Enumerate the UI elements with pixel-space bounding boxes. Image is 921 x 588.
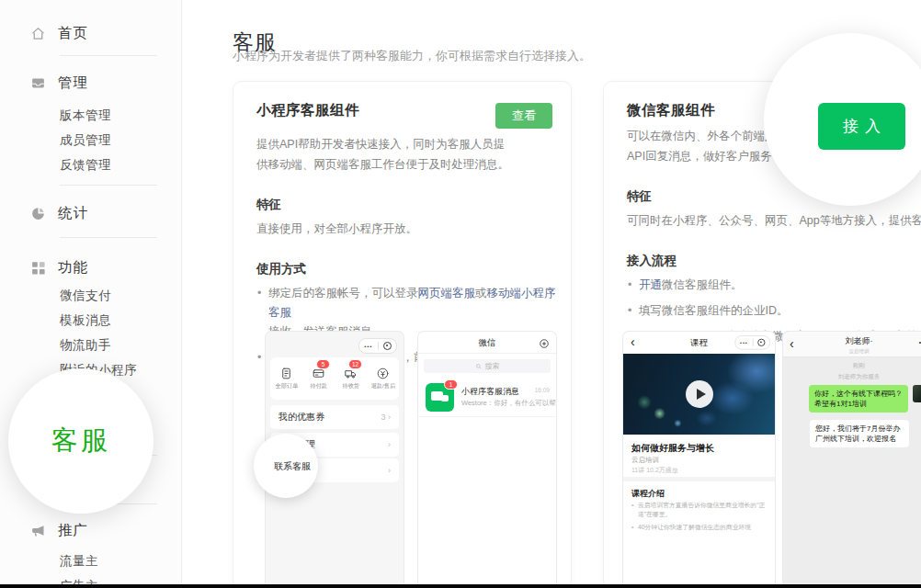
order-list-icon	[279, 367, 293, 380]
chat-list-item: 1 小程序客服消息 Westore：你好，有什么可以帮您? 16:09	[418, 379, 556, 417]
link-activate[interactable]: 开通	[639, 278, 662, 291]
sidebar-item-feedback-manage[interactable]: 反馈管理	[60, 157, 111, 174]
phone-mockup-service-chat: ‹ 刘老师· 云启培训 ••• 刚刚 刘老师为你服务 你好，这个有线下课程吗？希…	[782, 331, 921, 587]
phone-mockup-course-page: ‹ 课程 ••• 如何做好服务与增长 云启培训 11讲 10.2万播放 课程介绍…	[622, 331, 776, 587]
avatar	[913, 385, 921, 402]
inbox-icon	[30, 75, 46, 91]
course-intro-list: 云启培训官方直播告诉你微信里商业增长的“正道”在哪里。 40分钟让你快速了解微信…	[631, 501, 768, 536]
course-intro-item: 40分钟让你快速了解微信生态的商业环境	[631, 523, 768, 532]
divider	[752, 339, 753, 346]
flow-heading: 接入流程	[627, 253, 921, 269]
sidebar-item-statistics[interactable]: 统计	[30, 204, 88, 223]
sidebar-item-home[interactable]: 首页	[30, 24, 88, 43]
megaphone-icon	[30, 523, 46, 538]
sidebar-item-version-manage[interactable]: 版本管理	[60, 107, 111, 124]
flow-item: 填写微信客服组件的企业ID。	[627, 301, 921, 321]
sidebar-item-template-message[interactable]: 模板消息	[60, 312, 111, 329]
chat-name: 小程序客服消息	[461, 386, 519, 398]
course-intro-heading: 课程介绍	[631, 488, 665, 500]
text-segment: 绑定后的客服帐号，可以登录	[268, 287, 418, 300]
screen-bottom-edge	[0, 584, 921, 588]
shortcut-refund: 退款/售后	[367, 357, 399, 400]
shortcut-pending-payment: 5 待付款	[302, 357, 335, 400]
sidebar-item-customer-service[interactable]: 客服	[51, 423, 110, 459]
divider	[60, 55, 157, 56]
text-line: 供移动端、网页端客服工作台便于及时处理消息。	[256, 158, 509, 171]
sidebar-item-traffic-owner[interactable]: 流量主	[60, 553, 98, 570]
exit-target-icon	[757, 339, 765, 346]
exit-target-icon	[383, 342, 392, 350]
page-subtitle: 小程序为开发者提供了两种客服能力，你可根据需求自行选择接入。	[233, 48, 591, 64]
flow-item: 开通微信客服组件。	[627, 276, 921, 295]
grid-icon	[30, 260, 46, 276]
wechat-header: 微信	[418, 332, 556, 354]
chat-system-message: 刘老师为你服务	[783, 373, 921, 381]
play-button-icon	[686, 380, 713, 408]
contact-service-label: 联系客服	[274, 460, 311, 473]
chat-timestamp: 刚刚	[783, 362, 921, 370]
divider	[623, 477, 775, 481]
chat-contact-org: 云启培训	[783, 348, 921, 355]
access-button[interactable]: 接入	[818, 103, 905, 150]
service-message-avatar: 1	[426, 383, 454, 412]
shortcut-pending-delivery: 12 待收货	[335, 357, 367, 400]
outgoing-bubble: 你好，这个有线下课程吗？希望有1对1培训	[809, 385, 908, 413]
message-row-incoming: 您好，我们将于7月份举办广州线下培训，欢迎报名	[783, 420, 921, 447]
usage-heading: 使用方式	[256, 261, 552, 277]
feature-text: 可同时在小程序、公众号、网页、App等地方接入，提供客服服务。	[627, 210, 921, 231]
text-line: API回复消息，做好客户服务，	[627, 150, 783, 163]
search-placeholder: 搜索	[485, 361, 500, 371]
course-org: 云启培训	[631, 456, 659, 465]
course-meta: 11讲 10.2万播放	[631, 466, 678, 475]
divider	[60, 185, 157, 186]
view-button[interactable]: 查看	[495, 103, 552, 129]
search-icon	[475, 363, 483, 370]
course-header: ‹ 课程 •••	[623, 332, 775, 354]
sidebar-item-logistics[interactable]: 物流助手	[60, 337, 111, 354]
spotlight-circle-sidebar: 客服	[8, 368, 154, 514]
sidebar-item-promotion[interactable]: 推广	[30, 521, 88, 540]
link-web-customer-service[interactable]: 网页端客服	[418, 287, 476, 300]
message-row-outgoing: 你好，这个有线下课程吗？希望有1对1培训	[783, 385, 921, 413]
sidebar-item-label: 管理	[58, 74, 88, 93]
sidebar-item-label: 功能	[58, 258, 88, 277]
more-icon: •••	[364, 344, 372, 349]
more-icon: •••	[740, 340, 748, 345]
sidebar-item-features[interactable]: 功能	[30, 258, 88, 277]
chat-header: ‹ 刘老师· 云启培训 •••	[783, 332, 921, 357]
refund-icon	[376, 367, 390, 380]
card-miniprogram-customer-service: 小程序客服组件 查看 提供API帮助开发者快速接入，同时为客服人员提供移动端、网…	[233, 81, 572, 588]
course-intro-item: 云启培训官方直播告诉你微信里商业增长的“正道”在哪里。	[631, 501, 768, 519]
miniprogram-capsule: •••	[734, 335, 770, 350]
video-thumbnail	[623, 354, 775, 435]
search-bar: 搜索	[424, 359, 551, 373]
shortcut-all-orders: 全部订单	[270, 357, 302, 400]
chat-time: 16:09	[535, 387, 550, 393]
wechat-title: 微信	[418, 337, 556, 349]
unread-badge: 1	[444, 379, 458, 390]
feature-text: 直接使用，对全部小程序开放。	[256, 219, 552, 239]
course-title: 如何做好服务与增长	[631, 442, 714, 455]
order-shortcuts-card: 全部订单 5 待付款 12 待收货 退款/售后	[270, 357, 399, 400]
phone-mockup-wechat-chatlist: 微信 搜索 1 小程序客服消息 Westore：你好，有什么可以帮您? 16:0…	[417, 331, 557, 587]
text-line: 提供API帮助开发者快速接入，同时为客服人员提	[256, 138, 505, 151]
text-segment: 或	[475, 287, 487, 300]
chat-preview: Westore：你好，有什么可以帮您?	[461, 399, 557, 408]
sidebar-item-manage[interactable]: 管理	[30, 74, 88, 93]
card-title: 微信客服组件	[627, 100, 715, 120]
miniprogram-capsule: •••	[358, 338, 397, 354]
incoming-bubble: 您好，我们将于7月份举办广州线下培训，欢迎报名	[810, 420, 909, 447]
sidebar-item-label: 统计	[58, 204, 88, 223]
text-segment: 微信客服组件。	[662, 278, 743, 291]
home-icon	[30, 26, 46, 41]
sidebar-item-member-manage[interactable]: 成员管理	[60, 132, 111, 149]
card-description: 提供API帮助开发者快速接入，同时为客服人员提供移动端、网页端客服工作台便于及时…	[256, 134, 552, 175]
chat-contact-name: 刘老师·	[783, 335, 921, 347]
pie-chart-icon	[30, 206, 46, 221]
plus-icon	[539, 336, 550, 347]
list-item-coupons: 我的优惠券3 ›	[270, 405, 399, 429]
badge: 5	[316, 359, 330, 369]
card-title: 小程序客服组件	[256, 100, 359, 120]
sidebar-item-wechat-pay[interactable]: 微信支付	[60, 288, 111, 304]
feature-heading: 特征	[256, 197, 552, 213]
